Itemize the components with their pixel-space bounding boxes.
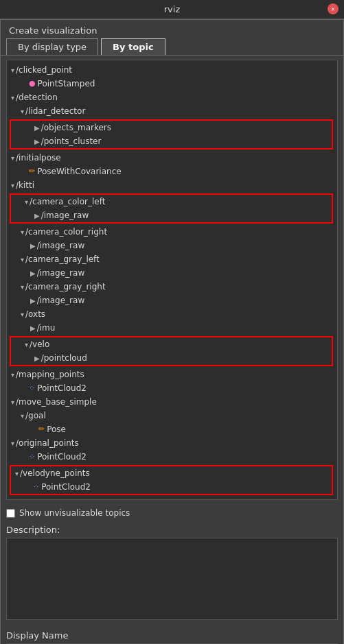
list-item[interactable]: ▾/clicked_point <box>7 63 337 77</box>
description-textarea[interactable] <box>6 538 338 620</box>
list-item[interactable]: ▶/image_raw <box>11 208 332 222</box>
tree-arrow-icon[interactable]: ▾ <box>25 339 28 350</box>
list-item[interactable]: ✏Pose <box>7 422 337 436</box>
tree-item-label: /camera_gray_left <box>25 253 100 265</box>
tree-arrow-icon[interactable]: ▶ <box>34 353 40 363</box>
tree-arrow-icon[interactable]: ▾ <box>21 106 24 117</box>
tree-item-label: /velo <box>30 338 49 350</box>
tree-item-label: /image_raw <box>37 239 85 252</box>
tree-item-label: /camera_color_left <box>30 195 105 208</box>
list-item[interactable]: ▾/camera_color_right <box>7 225 337 239</box>
tree-item-icon: ⁘ <box>29 451 35 463</box>
tree-arrow-icon[interactable]: ▶ <box>30 296 36 306</box>
list-item[interactable]: ▶/image_raw <box>7 239 337 252</box>
list-item[interactable]: ▶/objects_markers <box>11 121 332 134</box>
tree-arrow-icon[interactable]: ▾ <box>11 153 14 163</box>
tree-item-label: /kitti <box>16 179 34 191</box>
close-button[interactable]: × <box>328 3 339 14</box>
list-item[interactable]: ▾/original_points <box>7 436 337 450</box>
list-item[interactable]: ▾/camera_gray_right <box>7 280 337 294</box>
tree-arrow-icon[interactable]: ▾ <box>11 397 14 407</box>
show-unvisualizable-row: Show unvisualizable topics <box>1 504 343 522</box>
tree-item-icon: ⁘ <box>33 481 39 493</box>
tree-item-label: /mapping_points <box>16 368 84 381</box>
list-item[interactable]: ▶/imu <box>7 321 337 335</box>
tree-item-label: PointStamped <box>38 77 95 90</box>
tree-arrow-icon[interactable]: ▾ <box>15 468 19 479</box>
tree-item-label: /pointcloud <box>41 352 87 364</box>
tab-by-topic[interactable]: By topic <box>101 38 165 55</box>
tree-arrow-icon[interactable]: ▶ <box>30 268 36 278</box>
list-item[interactable]: ▾/move_base_simple <box>7 395 337 409</box>
tree-arrow-icon[interactable]: ▾ <box>11 180 14 191</box>
tree-arrow-icon[interactable]: ▶ <box>34 136 40 147</box>
list-item[interactable]: ✏PoseWithCovariance <box>7 165 337 178</box>
tree-arrow-icon[interactable]: ▾ <box>11 93 14 103</box>
window-title: rviz <box>164 4 180 14</box>
tree-item-label: /image_raw <box>37 267 85 279</box>
tree-item-label: /oxts <box>25 308 45 320</box>
dialog-header: Create visualization <box>1 20 343 38</box>
tree-arrow-icon[interactable]: ▶ <box>34 211 40 221</box>
tree-arrow-icon[interactable]: ▾ <box>21 254 24 265</box>
tree-item-icon: ● <box>29 78 36 90</box>
list-item[interactable]: ▶/image_raw <box>7 266 337 280</box>
list-item[interactable]: ▶/points_cluster <box>11 134 332 148</box>
tree-item-label: /lidar_detector <box>25 105 85 117</box>
tree-arrow-icon[interactable]: ▾ <box>25 197 28 207</box>
list-item[interactable]: ▾/kitti <box>7 178 337 192</box>
title-bar: rviz × <box>0 0 344 19</box>
list-item[interactable]: ▾/velo <box>11 337 332 351</box>
tree-item-label: /clicked_point <box>16 64 72 76</box>
tabs-container: By display type By topic <box>1 38 343 56</box>
list-item[interactable]: ⁘PointCloud2 <box>11 480 332 494</box>
tree-arrow-icon[interactable]: ▾ <box>21 227 24 237</box>
tree-item-label: /detection <box>16 91 58 104</box>
tree-arrow-icon[interactable]: ▶ <box>30 241 36 251</box>
list-item[interactable]: ▾/oxts <box>7 307 337 321</box>
list-item[interactable]: ▾/lidar_detector <box>7 104 337 118</box>
list-item[interactable]: ●PointStamped <box>7 77 337 91</box>
list-item[interactable]: ▾/velodyne_points <box>11 466 332 480</box>
tree-item-label: /initialpose <box>16 152 61 164</box>
tree-item-label: /camera_color_right <box>25 226 107 238</box>
tree-arrow-icon[interactable]: ▾ <box>11 65 14 75</box>
tree-item-label: PointCloud2 <box>41 481 91 493</box>
dialog: Create visualization By display type By … <box>0 19 344 644</box>
show-unvisualizable-checkbox[interactable] <box>6 509 15 518</box>
list-item[interactable]: ▾/mapping_points <box>7 368 337 381</box>
list-item[interactable]: ▶/image_raw <box>7 294 337 307</box>
tree-arrow-icon[interactable]: ▾ <box>11 370 14 380</box>
display-name-label: Display Name <box>6 630 338 641</box>
list-item[interactable]: ▾/initialpose <box>7 151 337 165</box>
description-section: Description: <box>1 522 343 625</box>
tree-arrow-icon[interactable]: ▾ <box>21 282 24 292</box>
list-item[interactable]: ▾/detection <box>7 91 337 104</box>
tree-item-label: /original_points <box>16 437 79 449</box>
tab-by-display-type[interactable]: By display type <box>6 38 98 55</box>
tree-item-label: PointCloud2 <box>37 382 87 394</box>
tree-item-icon: ✏ <box>29 166 35 178</box>
topic-tree[interactable]: ▾/clicked_point●PointStamped▾/detection▾… <box>6 60 338 500</box>
tree-item-label: Pose <box>47 423 66 436</box>
list-item[interactable]: ▾/camera_gray_left <box>7 252 337 266</box>
tree-item-label: PointCloud2 <box>37 451 87 463</box>
list-item[interactable]: ▾/goal <box>7 409 337 422</box>
list-item[interactable]: ▾/camera_color_left <box>11 195 332 208</box>
tree-arrow-icon[interactable]: ▾ <box>21 411 24 421</box>
tree-item-label: /objects_markers <box>41 121 111 134</box>
list-item[interactable]: ⁘PointCloud2 <box>7 450 337 464</box>
tree-item-label: /points_cluster <box>41 135 102 147</box>
tree-item-label: /goal <box>25 409 46 422</box>
tree-item-label: /image_raw <box>41 209 89 222</box>
list-item[interactable]: ⁘PointCloud2 <box>7 381 337 395</box>
tree-item-label: /velodyne_points <box>20 467 90 479</box>
tree-arrow-icon[interactable]: ▶ <box>30 323 36 333</box>
tree-arrow-icon[interactable]: ▾ <box>11 438 14 449</box>
tree-arrow-icon[interactable]: ▶ <box>34 123 40 133</box>
tree-arrow-icon[interactable]: ▾ <box>21 309 24 320</box>
tree-item-icon: ⁘ <box>29 383 35 394</box>
list-item[interactable]: ▶/pointcloud <box>11 351 332 365</box>
display-name-section: Display Name <box>1 625 343 644</box>
tree-item-label: /move_base_simple <box>16 396 97 408</box>
